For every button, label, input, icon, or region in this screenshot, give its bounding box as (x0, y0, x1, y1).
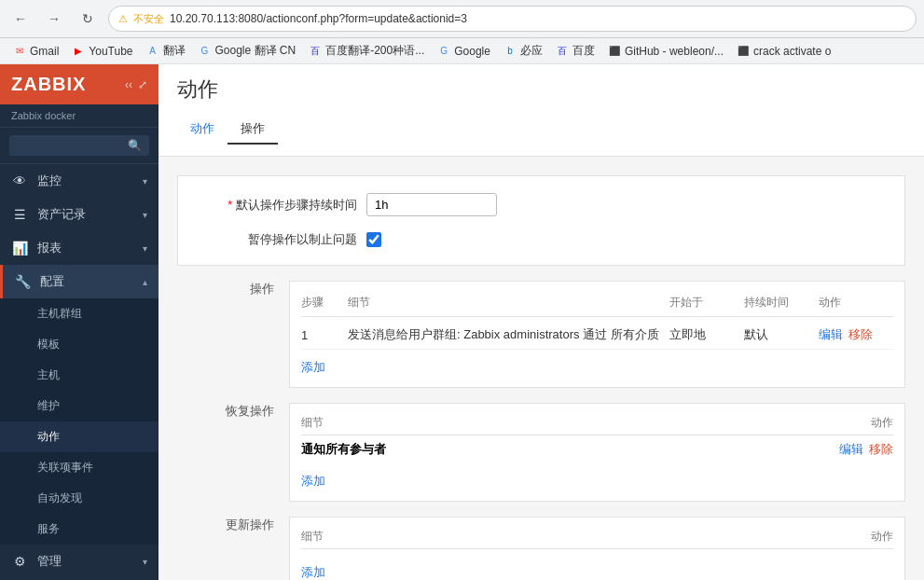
page-title: 动作 (177, 76, 218, 104)
bookmark-baidu-translate[interactable]: 百 百度翻译-200种语... (303, 41, 430, 61)
op-step-number: 1 (301, 328, 348, 342)
add-update-link[interactable]: 添加 (301, 560, 325, 580)
bookmark-bing[interactable]: b 必应 (498, 41, 548, 61)
search-icon: 🔍 (128, 139, 142, 152)
chevron-down-icon-reports: ▾ (143, 243, 147, 254)
update-content: 细节 动作 添加 (289, 517, 905, 580)
bookmark-translate[interactable]: A 翻译 (141, 41, 191, 61)
bookmark-gmail[interactable]: ✉ Gmail (7, 43, 64, 60)
sidebar-item-config[interactable]: 🔧 配置 ▴ (0, 265, 159, 298)
sidebar-label-admin: 管理 (37, 553, 62, 570)
update-col-detail: 细节 (301, 529, 324, 545)
bookmark-crack[interactable]: ⬛ crack activate o (731, 43, 836, 60)
update-columns-header: 细节 动作 (301, 525, 893, 549)
list-icon: ☰ (11, 207, 28, 222)
url-bar[interactable]: ⚠ 不安全 10.20.70.113:8080/actionconf.php?f… (108, 6, 917, 32)
page-title-row: 动作 (177, 76, 905, 104)
sidebar-subitem-services[interactable]: 服务 (0, 514, 159, 545)
update-label: 更新操作 (177, 517, 289, 533)
sidebar-item-reports[interactable]: 📊 报表 ▾ (0, 231, 159, 265)
app: ZABBIX ‹‹ ⤢ Zabbix docker 🔍 👁 监控 ▾ (0, 64, 924, 580)
sidebar-subitem-hostgroups[interactable]: 主机群组 (0, 298, 159, 329)
sidebar-search-input[interactable] (17, 139, 128, 152)
edit-operation-link[interactable]: 编辑 (819, 326, 843, 343)
edit-recovery-link[interactable]: 编辑 (839, 441, 863, 458)
sidebar-item-inventory[interactable]: ☰ 资产记录 ▾ (0, 198, 159, 231)
recovery-data-row: 通知所有参与者 编辑 移除 (301, 441, 893, 458)
sidebar-item-monitoring[interactable]: 👁 监控 ▾ (0, 164, 159, 198)
sidebar-collapse-icon[interactable]: ‹‹ (125, 78, 132, 91)
add-update-row: 添加 (301, 555, 893, 580)
back-button[interactable]: ← (7, 6, 34, 32)
recovery-col-detail: 细节 (301, 415, 324, 431)
sidebar-search-container: 🔍 (0, 128, 159, 164)
tab-operations[interactable]: 操作 (228, 115, 278, 145)
duration-input[interactable] (366, 193, 497, 216)
chevron-down-icon-admin: ▾ (143, 557, 147, 567)
remove-operation-link[interactable]: 移除 (848, 326, 873, 343)
add-recovery-link[interactable]: 添加 (301, 469, 325, 493)
add-operation-row: 添加 (301, 350, 893, 380)
bing-icon: b (503, 45, 517, 58)
crack-icon: ⬛ (737, 45, 750, 58)
pause-label: 暂停操作以制止问题 (208, 231, 357, 248)
col-step-header: 步骤 (301, 295, 348, 311)
chart-icon: 📊 (11, 241, 28, 255)
sidebar-subitem-discovery[interactable]: 自动发现 (0, 483, 159, 514)
content-header: 动作 动作 操作 (159, 64, 924, 157)
operations-columns-header: 步骤 细节 开始于 持续时间 动作 (301, 289, 893, 317)
form-settings-section: 默认操作步骤持续时间 暂停操作以制止问题 (177, 175, 905, 266)
sidebar-item-admin[interactable]: ⚙ 管理 ▾ (0, 545, 159, 578)
sidebar-subitem-actions[interactable]: 动作 (0, 421, 159, 452)
col-duration-header: 持续时间 (744, 295, 819, 311)
recovery-col-action: 动作 (871, 415, 893, 431)
col-detail-header: 细节 (348, 295, 669, 311)
recovery-label: 恢复操作 (177, 403, 289, 420)
content-tabs: 动作 操作 (177, 115, 905, 145)
bookmark-google-translate-cn[interactable]: G Google 翻译 CN (193, 41, 302, 61)
tab-action[interactable]: 动作 (177, 115, 228, 145)
recovery-block: 恢复操作 细节 动作 通知所有参与者 编辑 移除 (177, 403, 905, 502)
sidebar-menu: 👁 监控 ▾ ☰ 资产记录 ▾ 📊 报表 ▾ (0, 164, 159, 580)
duration-label: 默认操作步骤持续时间 (208, 197, 357, 214)
bookmark-google[interactable]: G Google (432, 43, 496, 60)
op-duration: 默认 (744, 326, 819, 343)
refresh-button[interactable]: ↻ (75, 6, 101, 32)
op-actions: 编辑 移除 (819, 326, 893, 343)
sidebar-subitem-templates[interactable]: 模板 (0, 329, 159, 360)
operations-label: 操作 (177, 281, 289, 297)
bookmark-github[interactable]: ⬛ GitHub - webleon/... (602, 43, 729, 60)
pause-checkbox[interactable] (366, 232, 381, 247)
chevron-down-icon-inventory: ▾ (143, 210, 147, 220)
baidu-translate-icon: 百 (309, 45, 322, 58)
chevron-down-icon: ▾ (143, 176, 147, 186)
sidebar-subitem-hosts[interactable]: 主机 (0, 360, 159, 391)
sidebar-subitem-correlations[interactable]: 关联项事件 (0, 452, 159, 483)
github-icon: ⬛ (608, 45, 621, 58)
sidebar-label-config: 配置 (40, 273, 64, 290)
gmail-icon: ✉ (13, 45, 26, 58)
forward-button[interactable]: → (41, 6, 67, 32)
bookmark-baidu[interactable]: 百 百度 (550, 41, 600, 61)
operations-content: 步骤 细节 开始于 持续时间 动作 1 发送消息给用户群组: Zabbix ad… (289, 281, 905, 388)
sidebar: ZABBIX ‹‹ ⤢ Zabbix docker 🔍 👁 监控 ▾ (0, 64, 159, 580)
sidebar-search-inner[interactable]: 🔍 (9, 135, 149, 156)
remove-recovery-link[interactable]: 移除 (869, 441, 893, 458)
baidu-icon: 百 (556, 45, 569, 58)
sidebar-instance: Zabbix docker (0, 104, 159, 128)
sidebar-submenu-config: 主机群组 模板 主机 维护 动作 关联项事件 自动发现 服务 (0, 298, 159, 545)
table-row: 1 发送消息给用户群组: Zabbix administrators 通过 所有… (301, 321, 893, 350)
recovery-detail: 通知所有参与者 (301, 441, 386, 458)
add-operation-link[interactable]: 添加 (301, 355, 325, 380)
sidebar-logo: ZABBIX ‹‹ ⤢ (0, 64, 159, 104)
recovery-content: 细节 动作 通知所有参与者 编辑 移除 添加 (289, 403, 905, 502)
chevron-up-icon-config: ▴ (143, 277, 147, 287)
sidebar-subitem-maintenance[interactable]: 维护 (0, 391, 159, 421)
google-translate-icon: G (199, 45, 212, 58)
recovery-row-actions: 编辑 移除 (839, 441, 893, 458)
sidebar-expand-icon[interactable]: ⤢ (138, 78, 147, 91)
content: 动作 动作 操作 默认操作步骤持续时间 暂停操作以制止问题 (159, 64, 924, 580)
update-block-header: 更新操作 细节 动作 添加 (177, 517, 905, 580)
col-action-header: 动作 (819, 295, 893, 311)
bookmark-youtube[interactable]: ▶ YouTube (66, 43, 138, 60)
